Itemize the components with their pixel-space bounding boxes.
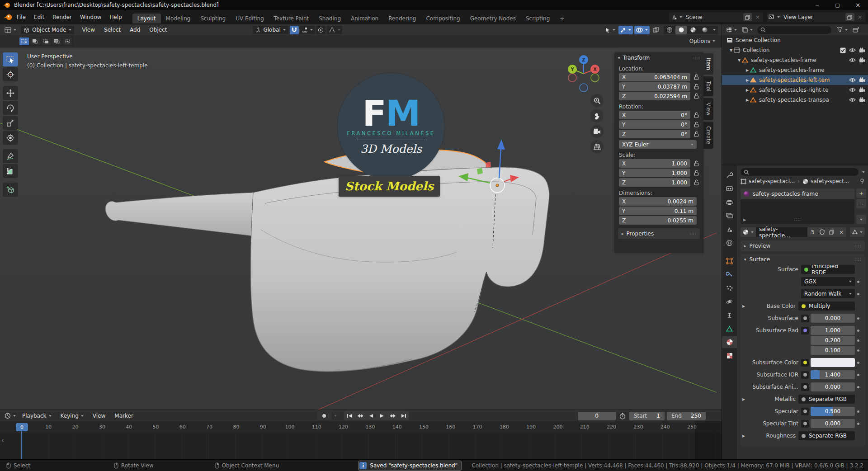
sidebar-tab-item[interactable]: Item [703, 53, 713, 75]
maximize-button[interactable]: ▢ [827, 0, 848, 10]
sidebar-tab-tool[interactable]: Tool [703, 76, 713, 96]
add-material-slot-button[interactable]: + [856, 188, 866, 198]
breadcrumb-material[interactable]: safety-spect... [811, 178, 849, 184]
tab-object[interactable] [722, 255, 737, 267]
select-mode-invert-button[interactable] [52, 37, 62, 46]
menu-playback[interactable]: Playback [18, 413, 56, 419]
jump-to-end-button[interactable] [398, 411, 409, 420]
location-y-lock-icon[interactable] [690, 84, 702, 89]
menu-viewport-object[interactable]: Object [145, 27, 171, 33]
sidebar-tab-view[interactable]: View [703, 98, 713, 120]
outliner-display-mode-button[interactable] [724, 26, 739, 34]
select-mode-intersect-button[interactable] [62, 37, 73, 46]
properties-search-input[interactable] [741, 168, 859, 176]
view-layer-copy-button[interactable] [845, 13, 854, 21]
scale-x-lock-icon[interactable] [690, 160, 702, 166]
transform-orientation-selector[interactable]: Global [253, 26, 288, 34]
hide-eye-icon[interactable] [849, 98, 856, 102]
menu-viewport-select[interactable]: Select [99, 27, 125, 33]
mode-selector[interactable]: Object Mode [21, 26, 74, 34]
material-slot-list[interactable]: safety-spectacles-frame ▶ ∷∷ [741, 188, 854, 224]
tab-particles[interactable] [722, 282, 737, 294]
roughness-field[interactable]: Separate RGB [798, 431, 855, 440]
workspace-tab-geometry-nodes[interactable]: Geometry Nodes [465, 14, 521, 24]
rotation-y-lock-icon[interactable] [690, 122, 702, 127]
timeline-region-expand-icon[interactable]: ‹ [1, 437, 4, 444]
pan-hand-button[interactable] [590, 109, 604, 122]
socket-icon[interactable] [801, 315, 809, 322]
shading-rendered-button[interactable] [699, 26, 711, 34]
end-frame-field[interactable]: End 250 [667, 412, 706, 420]
hide-eye-icon[interactable] [849, 88, 856, 92]
select-mode-set-button[interactable] [19, 37, 29, 46]
material-name-field[interactable]: safety-spectacle... [756, 227, 807, 237]
outliner-row-collection[interactable]: ▼ Collection [722, 45, 868, 55]
menu-render[interactable]: Render [48, 14, 76, 20]
location-z-field[interactable]: Z0.022594 m [619, 92, 690, 100]
tool-measure[interactable] [3, 164, 18, 178]
menu-viewport-view[interactable]: View [78, 27, 99, 33]
new-collection-button[interactable] [851, 26, 861, 34]
workspace-tab-shading[interactable]: Shading [314, 14, 346, 24]
scene-selector[interactable]: Scene × [669, 12, 763, 22]
tool-cursor[interactable] [3, 67, 18, 81]
prev-keyframe-button[interactable] [355, 411, 366, 420]
tab-texture[interactable] [722, 350, 737, 362]
rotation-z-field[interactable]: Z0° [619, 130, 690, 138]
subsurface-color-swatch[interactable] [811, 358, 855, 367]
tab-object-data[interactable] [722, 323, 737, 334]
tab-scene[interactable] [722, 223, 737, 235]
rotation-x-field[interactable]: X0° [619, 111, 690, 119]
viewport-3d[interactable]: Options User Perspective (0) Collection … [0, 35, 722, 410]
select-mode-extend-button[interactable] [30, 37, 40, 46]
tab-view-layer[interactable] [722, 210, 737, 221]
timeline-ruler[interactable]: 1020304050607080901001101201301401501601… [0, 421, 722, 433]
rotation-mode-dropdown[interactable]: XYZ Euler [619, 140, 697, 149]
socket-icon[interactable] [801, 408, 809, 415]
menu-window[interactable]: Window [76, 14, 105, 20]
expander-icon[interactable]: ▶ [741, 397, 747, 401]
subsurface-radius-y-field[interactable]: 0.200 [811, 336, 855, 345]
dimensions-z-field[interactable]: Z0.0255 m [619, 216, 697, 225]
render-camera-icon[interactable] [859, 77, 866, 83]
pin-icon[interactable] [859, 179, 865, 184]
snap-target-selector[interactable] [300, 26, 315, 34]
shading-solid-button[interactable] [675, 26, 687, 34]
scale-z-lock-icon[interactable] [690, 179, 702, 185]
rotation-x-lock-icon[interactable] [690, 112, 702, 118]
proportional-editing-toggle[interactable] [316, 26, 326, 34]
tool-move[interactable] [3, 86, 18, 100]
add-workspace-button[interactable]: + [555, 14, 569, 24]
tab-modifiers[interactable] [722, 268, 737, 280]
start-frame-field[interactable]: Start 1 [629, 412, 665, 420]
subsurface-aniso-field[interactable]: 0.000 [811, 382, 855, 391]
proportional-falloff-selector[interactable] [327, 26, 342, 34]
surface-panel-header[interactable]: ▾ Surface ∷∷ [741, 254, 865, 265]
rotation-z-lock-icon[interactable] [690, 131, 702, 137]
base-color-field[interactable]: Multiply [798, 301, 855, 311]
show-gizmo-toggle[interactable] [618, 26, 633, 34]
tool-transform[interactable] [3, 131, 18, 145]
editor-type-button[interactable] [3, 26, 18, 34]
tool-rotate[interactable] [3, 101, 18, 115]
sidebar-tab-create[interactable]: Create [703, 122, 713, 149]
browse-material-button[interactable] [741, 227, 756, 237]
timeline-editor-type-button[interactable] [3, 412, 18, 420]
location-x-lock-icon[interactable] [690, 74, 702, 80]
xray-toggle[interactable] [651, 26, 661, 34]
location-x-field[interactable]: X0.063404 m [619, 73, 690, 81]
scale-y-field[interactable]: Y1.000 [619, 169, 690, 177]
fake-user-shield-icon[interactable] [817, 227, 827, 237]
subsurface-radius-x-field[interactable]: 1.000 [811, 326, 855, 335]
menu-file[interactable]: File [13, 14, 30, 20]
outliner-row-transparent[interactable]: ▶ safety-spectacles-transpa [722, 95, 868, 105]
render-camera-icon[interactable] [859, 47, 866, 53]
copy-material-button[interactable] [827, 227, 836, 237]
menu-keying[interactable]: Keying [56, 413, 88, 419]
outliner-row-scene-collection[interactable]: Scene Collection [722, 35, 868, 45]
socket-icon[interactable] [801, 327, 809, 334]
zoom-button[interactable] [590, 94, 604, 107]
scale-x-field[interactable]: X1.000 [619, 159, 690, 168]
metallic-field[interactable]: Separate RGB [798, 395, 855, 404]
hide-eye-icon[interactable] [849, 78, 856, 82]
